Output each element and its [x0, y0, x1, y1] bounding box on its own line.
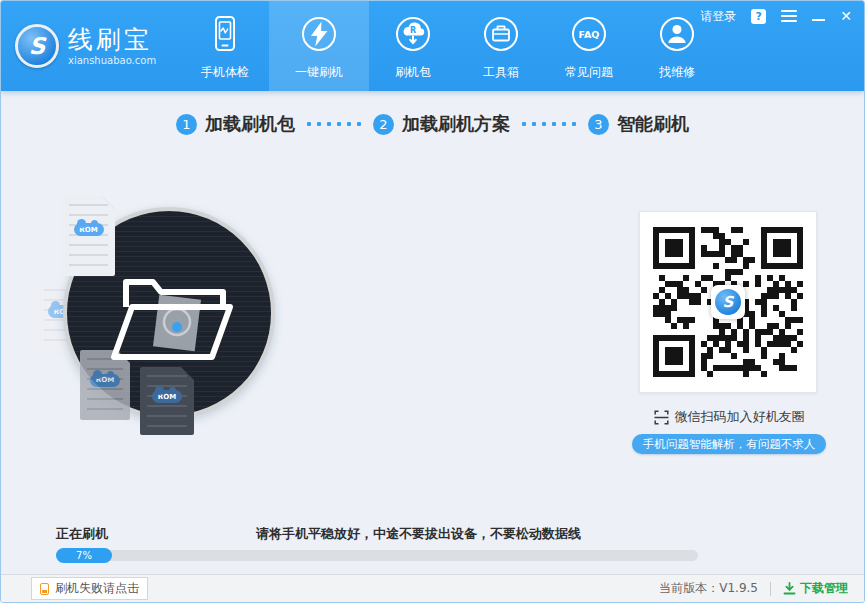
brand-domain-text: xianshuabao.com	[68, 55, 156, 66]
main-nav: 手机体检 一键刷机 R	[181, 1, 721, 91]
step-3-number: 3	[588, 114, 609, 135]
minimize-icon[interactable]	[812, 19, 825, 21]
progress-fill: 7%	[56, 548, 112, 563]
flash-failed-button[interactable]: 刷机失败请点击	[31, 577, 148, 600]
open-folder-icon	[101, 267, 237, 363]
nav-label: 手机体检	[201, 64, 249, 81]
step-3: 3 智能刷机	[588, 112, 689, 136]
rom-badge: ROM	[90, 374, 120, 387]
step-indicator: 1 加载刷机包 2 加载刷机方案 3 智能刷机	[1, 91, 864, 151]
step-2: 2 加载刷机方案	[373, 112, 510, 136]
qr-code: S	[653, 227, 803, 377]
version-label: 当前版本：V1.9.5	[659, 580, 758, 597]
brand-logo-letter: S	[29, 33, 46, 59]
phone-check-icon	[203, 12, 247, 56]
app-logo: S 线刷宝 xianshuabao.com	[1, 1, 171, 91]
nav-item-rom-package[interactable]: R 刷机包	[369, 1, 457, 91]
app-window: S 线刷宝 xianshuabao.com 手机体检	[0, 0, 865, 603]
download-label: 下载管理	[800, 580, 848, 597]
step-2-label: 加载刷机方案	[402, 112, 510, 136]
rom-badge: ROM	[152, 390, 182, 403]
step-2-number: 2	[373, 114, 394, 135]
nav-label: 找维修	[659, 64, 695, 81]
step-1-label: 加载刷机包	[205, 112, 295, 136]
footer-divider	[770, 582, 771, 596]
step-dots	[522, 122, 576, 126]
help-icon[interactable]: ?	[751, 9, 766, 24]
download-manager-link[interactable]: 下载管理	[783, 580, 848, 597]
nav-label: 刷机包	[395, 64, 431, 81]
flash-icon	[297, 12, 341, 56]
nav-item-toolbox[interactable]: 工具箱	[457, 1, 545, 91]
status-bar: 刷机失败请点击 当前版本：V1.9.5 下载管理	[1, 574, 864, 602]
qr-card: S	[639, 211, 817, 393]
nav-item-faq[interactable]: FAQ 常见问题	[545, 1, 633, 91]
menu-icon[interactable]	[781, 10, 797, 22]
qr-center-logo-icon: S	[711, 285, 745, 319]
rom-file-illustration: ROM	[140, 367, 194, 435]
nav-label: 工具箱	[483, 64, 519, 81]
smart-analysis-button[interactable]: 手机问题智能解析，有问题不求人	[632, 434, 826, 454]
rom-badge: ROM	[74, 223, 104, 236]
toolbox-icon	[479, 12, 523, 56]
flash-status-label: 正在刷机	[56, 525, 108, 543]
close-icon[interactable]: ✕	[840, 8, 852, 24]
scan-icon	[654, 410, 669, 425]
nav-label: 常见问题	[565, 64, 613, 81]
brand-name: 线刷宝	[68, 26, 156, 54]
header: S 线刷宝 xianshuabao.com 手机体检	[1, 1, 864, 91]
rom-cloud-icon: R	[391, 12, 435, 56]
svg-text:R: R	[410, 26, 416, 35]
nav-label: 一键刷机	[295, 64, 343, 81]
rom-file-illustration: ROM	[62, 196, 115, 276]
fail-phone-icon	[40, 583, 49, 595]
flash-failed-label: 刷机失败请点击	[55, 580, 139, 597]
step-3-label: 智能刷机	[617, 112, 689, 136]
titlebar-controls: 请登录 ? ✕	[700, 6, 852, 26]
step-1-number: 1	[176, 114, 197, 135]
step-dots	[307, 122, 361, 126]
download-icon	[783, 582, 796, 595]
faq-icon-text: FAQ	[579, 28, 600, 39]
brand-logo-icon: S	[15, 24, 59, 68]
flash-warning-tip: 请将手机平稳放好，中途不要拔出设备，不要松动数据线	[256, 525, 581, 543]
progress-bar-track: 7%	[56, 550, 698, 561]
qr-caption: 微信扫码加入好机友圈	[634, 408, 824, 426]
login-link[interactable]: 请登录	[700, 8, 736, 25]
repair-icon	[655, 12, 699, 56]
step-1: 1 加载刷机包	[176, 112, 295, 136]
faq-icon: FAQ	[567, 12, 611, 56]
qr-caption-text: 微信扫码加入好机友圈	[675, 408, 805, 426]
nav-item-one-key-flash[interactable]: 一键刷机	[269, 1, 369, 91]
nav-item-phone-check[interactable]: 手机体检	[181, 1, 269, 91]
